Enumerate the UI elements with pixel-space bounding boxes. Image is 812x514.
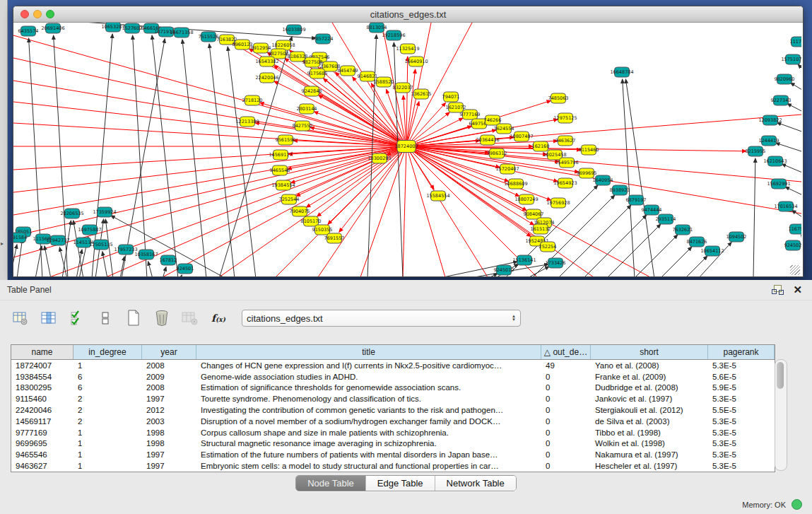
table-row[interactable]: 946362711997Embryonic stem cells: a mode… — [11, 460, 775, 472]
graph-node-7986312[interactable]: 7986312 — [487, 148, 507, 158]
graph-node-8471626[interactable]: 8471626 — [687, 237, 707, 247]
function-builder-icon[interactable]: f(x) — [208, 309, 229, 327]
graph-node-11325419[interactable]: 11325419 — [396, 44, 419, 54]
graph-node-924501[interactable]: 924501 — [177, 264, 194, 274]
table-selector-dropdown[interactable]: citations_edges.txt ▲▼ — [242, 310, 521, 327]
graph-node-1527602[interactable]: 1527602 — [122, 23, 143, 33]
graph-node-116753[interactable]: 116753 — [789, 224, 801, 234]
delete-table-icon[interactable] — [151, 309, 172, 327]
selection-mode-icon[interactable] — [66, 309, 88, 327]
graph-node-3624554[interactable]: 3624554 — [494, 124, 514, 134]
graph-node-8938923[interactable]: 8938923 — [610, 185, 630, 195]
graph-node-18724007[interactable]: 18724007 — [394, 141, 418, 153]
graph-node-7515526[interactable]: 7515526 — [199, 32, 219, 42]
graph-node-794071[interactable]: 794071 — [442, 92, 460, 102]
table-row[interactable]: 977716911998Corpus callosum shape and si… — [11, 427, 775, 438]
graph-node-1362615[interactable]: 1362615 — [411, 89, 432, 99]
tab-network-table[interactable]: Network Table — [435, 476, 516, 491]
column-header-in_degree[interactable]: in_degree — [73, 345, 142, 359]
graph-node-6435574[interactable]: 6435574 — [18, 26, 39, 36]
tab-node-table[interactable]: Node Table — [296, 476, 366, 491]
graph-node-1094502[interactable]: 1094502 — [726, 232, 747, 242]
column-header-pagerank[interactable]: pagerank — [708, 345, 775, 359]
graph-node-1733426[interactable]: 1733426 — [546, 258, 566, 268]
graph-node-1640954[interactable]: 1640954 — [593, 175, 613, 185]
network-window-titlebar[interactable]: citations_edges.txt — [13, 6, 803, 23]
zoom-button[interactable] — [46, 10, 54, 18]
graph-node-252254[interactable]: 252254 — [539, 242, 557, 252]
minimize-button[interactable] — [33, 10, 42, 18]
close-panel-icon[interactable]: ✕ — [793, 285, 802, 295]
graph-node-8454749[interactable]: 8454749 — [338, 66, 358, 76]
graph-node-22420046[interactable]: 22420046 — [255, 73, 278, 83]
create-table-icon[interactable] — [123, 309, 144, 327]
graph-node-111712[interactable]: 111712 — [790, 37, 801, 47]
window-resize-handle[interactable] — [790, 265, 800, 275]
graph-node-15584554[interactable]: 15584554 — [426, 191, 449, 201]
citation-graph[interactable]: 6435574206914061065328715276026466160107… — [13, 23, 801, 276]
graph-node-1588520[interactable]: 1588520 — [374, 77, 394, 87]
graph-node-9777169[interactable]: 9777169 — [460, 110, 481, 119]
graph-node-2803144[interactable]: 2803144 — [297, 104, 317, 114]
graph-node-16640910[interactable]: 16640910 — [404, 57, 428, 66]
graph-node-2935114[interactable]: 2935114 — [656, 214, 676, 224]
show-columns-icon[interactable] — [38, 309, 59, 327]
graph-node-20691406[interactable]: 20691406 — [41, 23, 64, 33]
graph-node-10807487[interactable]: 10807487 — [510, 132, 533, 141]
network-canvas[interactable]: 6435574206914061065328715276026466160107… — [13, 23, 801, 276]
column-header-short[interactable]: short — [591, 345, 708, 359]
close-button[interactable] — [20, 10, 29, 18]
scrollbar-thumb[interactable] — [777, 362, 784, 389]
graph-node-9175685[interactable]: 9175685 — [307, 69, 328, 78]
graph-node-162160[interactable]: 162160 — [532, 141, 550, 151]
graph-node-9561590[interactable]: 9561590 — [276, 135, 296, 145]
graph-node-8960123[interactable]: 8960123 — [233, 40, 253, 49]
graph-node-8427552[interactable]: 8427552 — [293, 121, 313, 131]
table-row[interactable]: 1938455462009Genome-wide association stu… — [11, 371, 775, 382]
graph-node-1615132[interactable]: 1615132 — [531, 224, 551, 234]
graph-node-2718120[interactable]: 2718120 — [242, 95, 263, 105]
graph-node-14569117[interactable]: 14569117 — [269, 150, 292, 160]
graph-node-9463627[interactable]: 9463627 — [555, 136, 576, 146]
table-row[interactable]: 911546021997Tourette syndrome. Phenomeno… — [11, 393, 775, 404]
float-window-icon[interactable] — [772, 285, 783, 295]
table-row[interactable]: 946554611997Estimation of the future num… — [11, 449, 775, 460]
graph-node-6879197[interactable]: 6879197 — [626, 195, 647, 205]
graph-node-9699695[interactable]: 9699695 — [577, 168, 597, 178]
modify-table-icon[interactable] — [10, 309, 31, 327]
graph-node-7691557[interactable]: 7691557 — [324, 233, 345, 243]
left-collapse-strip[interactable]: ▸ — [0, 0, 8, 280]
graph-node-9820960[interactable]: 9820960 — [775, 74, 795, 84]
graph-node-7904075[interactable]: 7904075 — [290, 206, 310, 216]
column-header-name[interactable]: name — [11, 345, 73, 359]
graph-node-12975125[interactable]: 12975125 — [553, 113, 577, 123]
column-header-out_degree[interactable]: △ out_de… — [541, 345, 591, 359]
graph-node-391584[interactable]: 391584 — [13, 233, 27, 243]
table-row[interactable]: 2242004622012Investigating the contribut… — [11, 404, 775, 416]
column-header-year[interactable]: year — [142, 345, 196, 359]
graph-node-1244419[interactable]: 1244419 — [759, 136, 779, 146]
graph-node-8322037[interactable]: 8322037 — [393, 83, 413, 93]
graph-node-8215955[interactable]: 8215955 — [746, 146, 766, 156]
tab-edge-table[interactable]: Edge Table — [366, 476, 435, 491]
graph-node-9242848[interactable]: 9242848 — [302, 86, 322, 96]
table-row[interactable]: 1872400712008Changes of HCN gene express… — [11, 360, 775, 371]
graph-node-19218596[interactable]: 19218596 — [382, 30, 405, 40]
table-scrollbar[interactable] — [775, 359, 787, 471]
import-table-icon[interactable] — [180, 309, 201, 327]
graph-node-8813054[interactable]: 8813054 — [367, 23, 387, 33]
column-header-title[interactable]: title — [196, 345, 541, 359]
graph-node-7485063[interactable]: 7485063 — [548, 93, 569, 103]
graph-node-9465546[interactable]: 9465546 — [270, 165, 290, 175]
graph-node-9474444[interactable]: 9474444 — [642, 205, 662, 215]
graph-node-9227343[interactable]: 9227343 — [771, 95, 792, 105]
graph-node-7857224[interactable]: 7857224 — [313, 34, 334, 44]
graph-node-10688609[interactable]: 10688609 — [504, 179, 527, 189]
graph-node-19654923[interactable]: 19654923 — [553, 178, 577, 188]
graph-node-17359924[interactable]: 17359924 — [93, 207, 116, 217]
graph-node-17016534[interactable]: 17016534 — [774, 201, 797, 211]
table-row[interactable]: 1830029562008Estimation of significance … — [11, 382, 775, 394]
graph-node-9245012[interactable]: 9245012 — [494, 265, 514, 275]
table-row[interactable]: 969969511998Structural magnetic resonanc… — [11, 438, 775, 450]
graph-node-16648784[interactable]: 16648784 — [610, 67, 633, 77]
